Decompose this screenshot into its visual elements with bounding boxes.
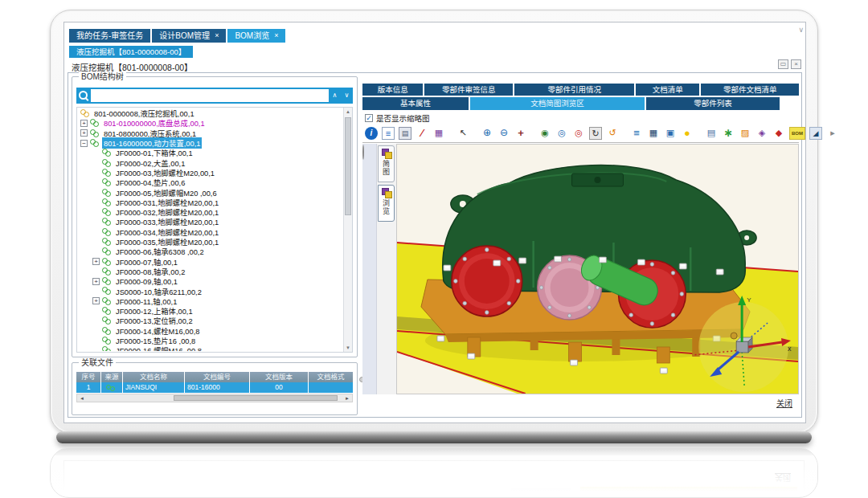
expand-toggle[interactable]: −	[80, 140, 88, 147]
tree-item[interactable]: + 801-010000000,底盘总成,00,1	[78, 118, 342, 128]
app-window: 我的任务-审签任务 设计BOM管理 × BOM浏览 × ∨ 液压挖掘机【801-…	[63, 22, 806, 423]
scroll-thumb[interactable]	[345, 117, 351, 215]
zoom-dynamic-icon[interactable]: ◎	[555, 127, 568, 140]
select-cursor-icon[interactable]: ↖	[457, 127, 469, 140]
light-icon[interactable]: ●	[681, 127, 694, 140]
scroll-left-icon[interactable]: ◄	[77, 396, 87, 401]
views-icon[interactable]: ▤	[705, 127, 718, 140]
scroll-up-icon[interactable]: ▲	[344, 108, 352, 116]
detail-tab[interactable]: 零部件引用情况	[514, 84, 634, 96]
rotate-icon[interactable]: ↻	[589, 127, 602, 140]
part-link-icon	[102, 247, 112, 255]
tree-item[interactable]: + JF0000-07,轴,00,1	[78, 256, 342, 266]
print-icon[interactable]: ▤	[399, 127, 411, 140]
screen-reflection: 关闭	[50, 447, 818, 498]
tree-item[interactable]: JF0000-06,轴承6308 ,00,2	[78, 247, 342, 256]
fit-window-icon[interactable]: +	[514, 127, 527, 140]
tree-item[interactable]: JF0000-032,地脚螺栓M20,00,1	[78, 207, 342, 217]
main-tab[interactable]: 设计BOM管理 ×	[152, 29, 226, 43]
rotate-center-icon[interactable]: ◎	[572, 127, 585, 140]
tree-item[interactable]: JF0000-01,下箱体,00,1	[78, 148, 342, 157]
3d-viewport[interactable]: x Y	[396, 144, 799, 394]
view-mode-icon[interactable]	[362, 145, 364, 160]
tree-item[interactable]: JF0000-08,轴承,00,2	[78, 267, 342, 276]
detail-tab[interactable]: 基本属性	[362, 97, 469, 110]
image-view-icon[interactable]: ▣	[664, 127, 677, 140]
expand-toggle[interactable]: +	[80, 129, 88, 137]
tree-item[interactable]: JF0000-13,定位销,00,2	[78, 316, 342, 325]
grid-icon[interactable]: ▦	[647, 127, 660, 140]
thumbnail-checkbox[interactable]: ✓	[365, 114, 373, 122]
viewer-side-tab[interactable]: 简图	[378, 145, 395, 182]
tab-close-icon[interactable]: ×	[215, 32, 219, 39]
viewer-side-tab[interactable]: 浏览	[378, 185, 395, 222]
document-viewer: 简图 浏览	[362, 144, 799, 394]
tree-item[interactable]: JF0000-03,地脚螺栓M20,00,1	[78, 168, 342, 178]
part-link-icon	[102, 178, 112, 186]
zoom-area-icon[interactable]: ◉	[538, 127, 551, 140]
search-input[interactable]	[91, 89, 329, 102]
doc-preview-icon[interactable]: ≡	[382, 127, 395, 140]
info-icon[interactable]: i	[365, 127, 378, 140]
zoom-out-icon[interactable]: ⊖	[497, 127, 510, 140]
tree-item[interactable]: JF0000-12,上箱体,00,1	[78, 306, 342, 316]
tree-item[interactable]: JF0000-035,地脚螺栓M20,00,1	[78, 237, 342, 247]
search-prev-button[interactable]: ∧	[329, 89, 341, 102]
tree-item[interactable]: JF0000-14,螺栓M16,00,8	[78, 326, 342, 336]
free-rotate-icon[interactable]: ↺	[606, 127, 619, 140]
scroll-thumb[interactable]	[174, 395, 338, 401]
scroll-right-icon[interactable]: ►	[342, 396, 352, 401]
detail-tab[interactable]: 零部件文档清单	[701, 84, 799, 96]
more-icon[interactable]: ▸	[826, 127, 839, 140]
main-tab[interactable]: 我的任务-审签任务	[69, 29, 150, 43]
tree-item[interactable]: 801-0000008,液压挖掘机,00,1	[78, 108, 342, 118]
expand-toggle[interactable]: +	[80, 120, 88, 127]
components-icon[interactable]: ∗	[722, 127, 735, 140]
close-button[interactable]: ×	[791, 59, 801, 69]
table-h-scrollbar[interactable]: ◄ ►	[76, 394, 353, 402]
tree-scrollbar[interactable]: ▲ ▼	[343, 108, 352, 352]
maximize-button[interactable]: ▭	[778, 59, 788, 69]
tree-item[interactable]: JF0000-033,地脚螺栓M20,00,1	[78, 217, 342, 227]
tree-item[interactable]: JF0000-16,螺帽M16 ,00,8	[78, 345, 342, 351]
tree-item[interactable]: JF0000-05,地脚螺帽M20 ,00,6	[78, 187, 342, 197]
table-row[interactable]: 1 JIANSUQI 801-16000 00	[76, 382, 353, 393]
detail-tab[interactable]: 版本信息	[362, 84, 423, 96]
model-tree-icon[interactable]: ≡	[630, 127, 643, 140]
close-link[interactable]: 关闭	[776, 397, 792, 409]
tree-item[interactable]: JF0000-031,地脚螺栓M20,00,1	[78, 198, 342, 207]
tab-close-icon[interactable]: ×	[274, 32, 278, 39]
tree-item[interactable]: − 801-16000000,动力装置,00,1	[78, 138, 342, 148]
detail-tab[interactable]: 文档清单	[636, 84, 699, 96]
document-tab[interactable]: 液压挖掘机【801-0000008-00】	[69, 46, 193, 58]
expand-toggle[interactable]: +	[92, 258, 100, 265]
detail-tab[interactable]: 文档简图浏览区	[470, 97, 645, 110]
zoom-in-icon[interactable]: ⊕	[481, 127, 493, 140]
markup-icon[interactable]: ▨	[739, 127, 751, 140]
chevron-down-icon[interactable]: ∨	[798, 26, 804, 34]
tree-item[interactable]: + 801-0800000,液压系统,00,1	[78, 129, 342, 138]
expand-toggle[interactable]: +	[92, 278, 100, 285]
part-link-icon	[102, 267, 112, 276]
bom-icon[interactable]: BOM	[789, 127, 805, 140]
snapshot-icon[interactable]: ▦	[432, 127, 445, 140]
main-tab[interactable]: BOM浏览 ×	[227, 29, 285, 43]
tree-item[interactable]: JF0000-15,垫片16 ,00,8	[78, 336, 342, 345]
search-next-button[interactable]: ∨	[341, 89, 353, 102]
tree-item[interactable]: JF0000-04,垫片,00,6	[78, 178, 342, 187]
scroll-down-icon[interactable]: ▼	[344, 344, 352, 352]
tree-item[interactable]: + JF0000-09,轴,00,1	[78, 276, 342, 286]
tree-item[interactable]: + JF0000-11,轴,00,1	[78, 296, 342, 306]
tree-item[interactable]: JF0000-034,地脚螺栓M20,00,1	[78, 227, 342, 237]
annotate-icon[interactable]: ∕	[416, 127, 428, 140]
orbit-icon[interactable]: ◈	[755, 127, 768, 140]
tree-item[interactable]: JF0000-02,大盖,00,1	[78, 157, 342, 167]
related-files-group-title: 关联文件	[79, 358, 116, 367]
detail-tab[interactable]: 零部件审签信息	[424, 84, 513, 96]
capture-icon[interactable]: ◢	[809, 127, 822, 140]
expand-toggle[interactable]: +	[92, 297, 100, 304]
solid-icon[interactable]: ◆	[772, 127, 785, 140]
gearbox-3d-view: x Y	[397, 145, 798, 394]
tree-item[interactable]: JS0000-10,轴承6211,00,2	[78, 286, 342, 296]
detail-tab[interactable]: 零部件列表	[646, 97, 780, 110]
